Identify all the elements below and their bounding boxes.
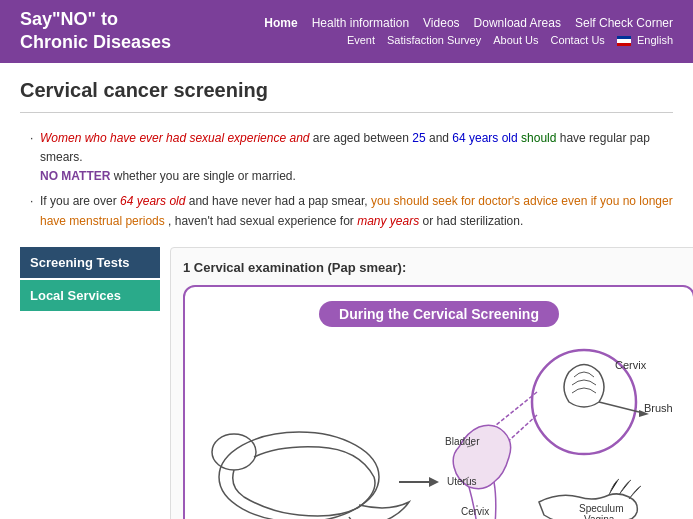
info-text-2e: , haven't had sexual experience for bbox=[168, 214, 357, 228]
svg-point-1 bbox=[212, 434, 256, 470]
nav-home[interactable]: Home bbox=[264, 16, 297, 30]
brush-label: Brush bbox=[644, 402, 673, 414]
sidebar-screening-tests[interactable]: Screening Tests bbox=[20, 247, 160, 278]
site-title-line2: Chronic Diseases bbox=[20, 31, 171, 54]
nav-secondary-row: Event Satisfaction Survey About Us Conta… bbox=[347, 34, 673, 46]
info-section: Women who have ever had sexual experienc… bbox=[20, 129, 673, 231]
sidebar: Screening Tests Local Services bbox=[20, 247, 160, 313]
info-text-1c: 25 bbox=[412, 131, 425, 145]
speculum-label: Speculum bbox=[579, 503, 623, 514]
nav-event[interactable]: Event bbox=[347, 34, 375, 46]
nav-contact-us[interactable]: Contact Us bbox=[550, 34, 604, 46]
info-item-2: If you are over 64 years old and have ne… bbox=[30, 192, 673, 230]
body-layout: Screening Tests Local Services 1 Cervica… bbox=[20, 247, 673, 519]
vagina-label: Vagina bbox=[584, 514, 615, 519]
flag-icon bbox=[617, 36, 631, 46]
info-text-2g: or had sterilization. bbox=[423, 214, 524, 228]
site-title-line1: Say"NO" to bbox=[20, 8, 171, 31]
info-text-2b: 64 years old bbox=[120, 194, 185, 208]
bladder-label: Bladder bbox=[445, 436, 480, 447]
info-text-1d: and bbox=[429, 131, 452, 145]
info-text-1i: NO MATTER bbox=[40, 169, 110, 183]
svg-point-0 bbox=[219, 432, 379, 519]
info-item-1: Women who have ever had sexual experienc… bbox=[30, 129, 673, 187]
site-title: Say"NO" to Chronic Diseases bbox=[20, 8, 171, 55]
page-title: Cervical cancer screening bbox=[20, 79, 673, 113]
cervix-bottom-label: Cervix bbox=[461, 506, 489, 517]
nav-language[interactable]: English bbox=[617, 34, 673, 46]
nav-about-us[interactable]: About Us bbox=[493, 34, 538, 46]
sidebar-local-services[interactable]: Local Services bbox=[20, 280, 160, 311]
nav-health-info[interactable]: Health information bbox=[312, 16, 409, 30]
info-text-2a: If you are over bbox=[40, 194, 120, 208]
svg-marker-2 bbox=[429, 477, 439, 487]
nav-download-areas[interactable]: Download Areas bbox=[474, 16, 561, 30]
main-panel: 1 Cervical examination (Pap smear): Duri… bbox=[170, 247, 693, 519]
navigation: Home Health information Videos Download … bbox=[264, 16, 673, 46]
info-text-1g: should bbox=[521, 131, 556, 145]
header: Say"NO" to Chronic Diseases Home Health … bbox=[0, 0, 693, 63]
info-text-1j: whether you are single or married. bbox=[114, 169, 296, 183]
content-wrapper: Cervical cancer screening Women who have… bbox=[0, 63, 693, 519]
info-text-2f: many years bbox=[357, 214, 419, 228]
diagram-container: During the Cervical Screening bbox=[183, 285, 693, 519]
section-heading: 1 Cervical examination (Pap smear): bbox=[183, 260, 693, 275]
nav-satisfaction[interactable]: Satisfaction Survey bbox=[387, 34, 481, 46]
info-text-2c: and have never had a pap smear, bbox=[189, 194, 371, 208]
nav-self-check[interactable]: Self Check Corner bbox=[575, 16, 673, 30]
diagram-area: Cervix Brush bbox=[199, 337, 679, 519]
diagram-title: During the Cervical Screening bbox=[319, 301, 559, 327]
nav-videos[interactable]: Videos bbox=[423, 16, 459, 30]
info-list: Women who have ever had sexual experienc… bbox=[20, 129, 673, 231]
info-text-1a: Women who have ever had sexual experienc… bbox=[40, 131, 310, 145]
cervical-diagram-svg: Cervix Brush bbox=[199, 337, 679, 519]
cervix-top-label: Cervix bbox=[615, 359, 647, 371]
language-label: English bbox=[637, 34, 673, 46]
nav-primary-row: Home Health information Videos Download … bbox=[264, 16, 673, 30]
info-text-1b: are aged between bbox=[313, 131, 412, 145]
info-text-1e: 64 years old bbox=[452, 131, 517, 145]
